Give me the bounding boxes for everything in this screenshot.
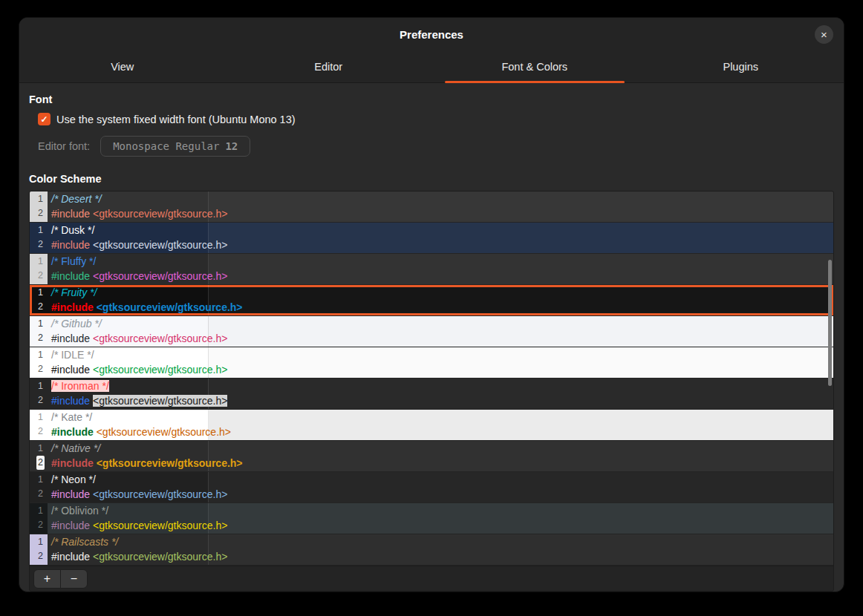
preferences-dialog: Preferences × View Editor Font & Colors … [19, 17, 844, 592]
include-keyword: #include [51, 270, 90, 282]
line-number: 1 [36, 255, 45, 269]
code-preview: /* Native */#include <gtksourceview/gtks… [48, 441, 833, 471]
include-path: <gtksourceview/gtksource.h> [93, 395, 227, 407]
color-scheme-list-container: 12/* Desert */#include <gtksourceview/gt… [29, 191, 834, 592]
check-icon: ✓ [40, 114, 48, 125]
color-scheme-oblivion[interactable]: 12/* Oblivion */#include <gtksourceview/… [30, 503, 833, 534]
line-number: 1 [36, 379, 45, 393]
line-number-gutter: 12 [30, 347, 48, 378]
include-keyword: #include [51, 239, 90, 251]
line-number-gutter: 12 [30, 285, 48, 315]
include-keyword: #include [51, 332, 90, 344]
color-scheme-railscasts[interactable]: 12/* Railscasts */#include <gtksourcevie… [30, 534, 833, 565]
scrollbar-thumb[interactable] [828, 260, 832, 386]
line-number: 2 [36, 206, 45, 220]
color-scheme-neon[interactable]: 12/* Neon */#include <gtksourceview/gtks… [30, 472, 833, 502]
include-path: <gtksourceview/gtksource.h> [97, 426, 231, 438]
line-number: 1 [36, 504, 45, 518]
include-keyword: #include [51, 301, 94, 313]
include-path: <gtksourceview/gtksource.h> [93, 208, 227, 220]
include-keyword: #include [51, 426, 94, 438]
editor-font-button[interactable]: Monospace Regular12 [100, 136, 250, 157]
comment-text: /* Fluffy */ [51, 255, 96, 267]
scheme-list: 12/* Desert */#include <gtksourceview/gt… [30, 191, 833, 565]
comment-text: /* Github */ [51, 318, 102, 330]
add-scheme-button[interactable]: + [33, 569, 61, 589]
include-path: <gtksourceview/gtksource.h> [93, 239, 227, 251]
comment-text: /* Ironman */ [51, 380, 109, 392]
font-section-heading: Font [29, 94, 834, 105]
code-preview: /* Dusk */#include <gtksourceview/gtksou… [48, 223, 833, 253]
scheme-list-toolbar: + − [30, 566, 833, 591]
comment-text: /* IDLE */ [51, 349, 94, 361]
tab-view[interactable]: View [19, 51, 226, 82]
include-path: <gtksourceview/gtksource.h> [93, 488, 227, 500]
color-scheme-native[interactable]: 12/* Native */#include <gtksourceview/gt… [30, 441, 833, 471]
include-path: <gtksourceview/gtksource.h> [97, 301, 243, 313]
color-scheme-fluffy[interactable]: 12/* Fluffy */#include <gtksourceview/gt… [30, 254, 833, 284]
code-preview: /* Ironman */#include <gtksourceview/gtk… [48, 379, 833, 409]
include-keyword: #include [51, 520, 90, 531]
line-number: 1 [36, 317, 45, 331]
line-number: 2 [36, 456, 45, 470]
comment-text: /* Oblivion */ [51, 505, 108, 517]
include-path: <gtksourceview/gtksource.h> [93, 551, 227, 563]
system-font-checkbox[interactable]: ✓ [38, 113, 51, 125]
line-number: 1 [36, 286, 45, 300]
code-preview: /* Fluffy */#include <gtksourceview/gtks… [48, 254, 833, 284]
color-scheme-desert[interactable]: 12/* Desert */#include <gtksourceview/gt… [30, 191, 833, 222]
color-scheme-kate[interactable]: 12/* Kate */#include <gtksourceview/gtks… [30, 410, 833, 440]
tab-editor[interactable]: Editor [226, 51, 432, 82]
line-number-gutter: 12 [30, 191, 48, 222]
code-preview: /* Kate */#include <gtksourceview/gtksou… [48, 410, 833, 440]
include-keyword: #include [51, 208, 90, 220]
remove-scheme-button[interactable]: − [60, 569, 88, 589]
line-number: 2 [36, 549, 45, 563]
line-number: 2 [36, 362, 45, 376]
include-path: <gtksourceview/gtksource.h> [97, 457, 243, 469]
line-number: 1 [36, 410, 45, 425]
line-number-gutter: 12 [30, 379, 48, 409]
line-number-gutter: 12 [30, 472, 48, 502]
line-number: 2 [36, 331, 45, 345]
include-path: <gtksourceview/gtksource.h> [93, 364, 227, 376]
include-path: <gtksourceview/gtksource.h> [93, 520, 227, 531]
color-scheme-ironman[interactable]: 12/* Ironman */#include <gtksourceview/g… [30, 379, 833, 409]
tab-plugins[interactable]: Plugins [638, 51, 844, 82]
code-preview: /* Railscasts */#include <gtksourceview/… [48, 534, 833, 565]
include-keyword: #include [51, 395, 90, 407]
editor-font-size: 12 [225, 140, 238, 152]
color-scheme-idle[interactable]: 12/* IDLE */#include <gtksourceview/gtks… [30, 347, 833, 378]
tab-content: Font ✓ Use the system fixed width font (… [19, 83, 844, 592]
tab-font-and-colors[interactable]: Font & Colors [432, 51, 638, 82]
line-number: 1 [36, 442, 45, 456]
color-scheme-github[interactable]: 12/* Github */#include <gtksourceview/gt… [30, 316, 833, 347]
line-number-gutter: 12 [30, 534, 48, 565]
line-number-gutter: 12 [30, 441, 48, 471]
line-number: 2 [36, 269, 45, 283]
color-scheme-fruity[interactable]: 12/* Fruity */#include <gtksourceview/gt… [30, 285, 833, 315]
window-title: Preferences [400, 28, 463, 41]
line-number: 1 [36, 192, 45, 206]
include-path: <gtksourceview/gtksource.h> [93, 270, 227, 282]
code-preview: /* Desert */#include <gtksourceview/gtks… [48, 191, 833, 222]
line-number-gutter: 12 [30, 223, 48, 253]
comment-text: /* Desert */ [51, 193, 102, 205]
line-number: 1 [36, 473, 45, 487]
system-font-row: ✓ Use the system fixed width font (Ubunt… [38, 113, 834, 125]
line-number: 2 [36, 393, 45, 407]
line-number: 2 [36, 518, 45, 532]
headerbar: Preferences × [19, 18, 844, 51]
color-scheme-dusk[interactable]: 12/* Dusk */#include <gtksourceview/gtks… [30, 223, 833, 253]
editor-font-row: Editor font: Monospace Regular12 [38, 136, 834, 157]
close-icon: × [821, 29, 827, 40]
editor-font-name: Monospace Regular [113, 140, 219, 152]
line-number: 2 [36, 237, 45, 252]
line-number: 1 [36, 535, 45, 549]
line-number: 2 [36, 487, 45, 501]
tabbar: View Editor Font & Colors Plugins [19, 51, 844, 83]
comment-text: /* Dusk */ [51, 224, 94, 236]
line-number: 2 [36, 300, 45, 314]
include-keyword: #include [51, 488, 90, 500]
close-button[interactable]: × [815, 25, 833, 44]
